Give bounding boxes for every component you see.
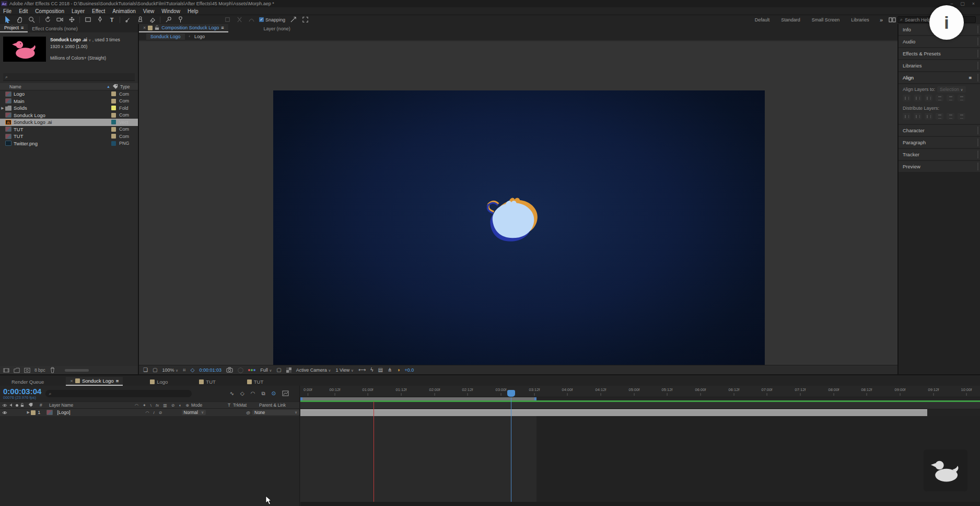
distribute-right-button[interactable]	[958, 113, 965, 120]
magnification-dropdown[interactable]: 100% ∨	[162, 367, 178, 373]
layer-name[interactable]: [Logo]	[57, 410, 70, 415]
project-row-tut-2[interactable]: TUTCom	[0, 133, 138, 140]
primary-viewer-icon[interactable]: ▢	[153, 367, 157, 373]
column-number[interactable]: #	[40, 402, 49, 408]
clone-stamp-tool[interactable]	[136, 16, 144, 24]
graph-editor-icon[interactable]	[282, 390, 289, 396]
tab-render-queue[interactable]: Render Queue	[7, 378, 48, 386]
horizontal-scrollbar[interactable]	[65, 369, 89, 372]
distribute-left-button[interactable]	[936, 113, 943, 120]
distribute-top-button[interactable]	[903, 113, 911, 120]
label-swatch[interactable]	[111, 120, 116, 124]
layer-motion-blur-toggle[interactable]: ⊘	[159, 410, 162, 415]
column-mode[interactable]: Mode	[191, 402, 228, 408]
workspace-standard[interactable]: Standard	[776, 17, 806, 22]
project-row-twitter-png[interactable]: Twitter.pngPNG	[0, 140, 138, 147]
composition-viewport[interactable]	[139, 41, 897, 365]
footage-dropdown-icon[interactable]: ∨	[88, 38, 91, 42]
panel-preview[interactable]: Preview	[899, 161, 980, 172]
align-right-button[interactable]	[925, 95, 932, 101]
column-type[interactable]: Type	[120, 84, 138, 89]
view-layout-dropdown[interactable]: 1 View ∨	[335, 367, 354, 373]
tab-layer[interactable]: Layer (none)	[260, 25, 295, 32]
close-button[interactable]: ×	[972, 1, 975, 6]
scale-snap-icon[interactable]	[289, 16, 297, 24]
menu-composition[interactable]: Composition	[35, 8, 64, 14]
tab-timeline-sonduck-logo[interactable]: × Sonduck Logo ≡	[66, 377, 123, 386]
lock-column-icon[interactable]	[20, 403, 24, 407]
panel-character[interactable]: Character	[899, 125, 980, 136]
shape-tool[interactable]	[84, 16, 92, 24]
panel-paragraph[interactable]: Paragraph	[899, 137, 980, 148]
panel-libraries[interactable]: Libraries	[899, 60, 980, 71]
draft-3d-icon[interactable]: ◇	[240, 390, 244, 397]
column-t[interactable]: T	[228, 402, 230, 408]
layer-parent-dropdown[interactable]: None∨	[252, 410, 299, 415]
align-v-center-button[interactable]	[947, 95, 954, 101]
grid-guides-icon[interactable]: ⌗	[183, 367, 186, 373]
project-row-sonduck-logo-ai[interactable]: AiSonduck Logo .aiVect	[0, 119, 138, 126]
align-bottom-button[interactable]	[958, 95, 965, 101]
layer-mode-dropdown[interactable]: Normal∨	[182, 410, 206, 415]
panel-align-header[interactable]: Align ≡	[899, 72, 980, 83]
rotation-tool[interactable]	[43, 16, 52, 24]
trash-icon[interactable]	[50, 367, 55, 373]
composition-mini-flowchart-icon[interactable]: ∿	[230, 390, 234, 397]
panel-menu-icon[interactable]: ≡	[221, 25, 224, 30]
viewer-tab-sonduck-logo[interactable]: Sonduck Logo	[146, 33, 185, 40]
pixel-aspect-icon[interactable]: ⟷	[358, 367, 366, 373]
snapshot-icon[interactable]	[226, 367, 233, 373]
timeline-search-input[interactable]: ⌕	[45, 390, 192, 397]
menu-animation[interactable]: Animation	[112, 8, 135, 14]
camera-tool[interactable]	[55, 16, 64, 24]
composition-frame[interactable]	[273, 90, 765, 365]
exposure-reset-icon[interactable]: ◑	[396, 367, 400, 373]
project-row-main[interactable]: MainCom	[0, 98, 138, 105]
brush-tool[interactable]	[124, 16, 132, 24]
layer-label-swatch[interactable]	[31, 410, 36, 415]
transparency-grid-icon[interactable]	[286, 367, 291, 373]
tab-project[interactable]: Project ≡	[0, 24, 28, 32]
collapse-icon[interactable]: ✦	[143, 403, 146, 408]
align-top-button[interactable]	[936, 95, 943, 101]
timeline-button-icon[interactable]: ▤	[378, 367, 383, 373]
label-swatch[interactable]	[111, 91, 116, 96]
viewer-back-icon[interactable]: ‹	[189, 34, 190, 38]
tab-timeline-tut-2[interactable]: TUT	[243, 378, 267, 386]
tab-effect-controls[interactable]: Effect Controls (none)	[28, 25, 81, 32]
fx-icon[interactable]: fx	[156, 403, 159, 408]
flowchart-button-icon[interactable]: ⋔	[388, 367, 392, 373]
new-folder-icon[interactable]	[14, 367, 20, 373]
layer-visibility-toggle[interactable]	[2, 411, 7, 415]
roto-brush-tool[interactable]	[164, 16, 172, 24]
maximize-button[interactable]: ▢	[960, 1, 965, 6]
panel-menu-icon[interactable]: ≡	[969, 75, 972, 80]
project-search-input[interactable]: ⌕	[3, 73, 135, 81]
layer-shy-toggle[interactable]: ◠	[145, 410, 149, 415]
menu-window[interactable]: Window	[161, 8, 180, 14]
playhead-line[interactable]	[511, 397, 511, 502]
panel-effects-presets[interactable]: Effects & Presets	[899, 48, 980, 59]
snapping-toggle[interactable]: ✓ Snapping	[259, 17, 285, 22]
tag-column-icon[interactable]	[28, 402, 33, 407]
zoom-tool[interactable]	[27, 16, 36, 24]
current-timecode[interactable]: 0:00:03:04	[3, 388, 41, 395]
frame-blend-icon[interactable]: ▥	[163, 403, 167, 408]
tab-close-icon[interactable]: ×	[70, 378, 73, 384]
video-column-icon[interactable]	[2, 404, 7, 407]
column-name[interactable]: Name	[9, 84, 21, 89]
pen-tool[interactable]	[96, 16, 104, 24]
show-snapshot-icon[interactable]: ◯	[238, 367, 243, 373]
viewer-tab-logo[interactable]: Logo	[194, 34, 205, 39]
timeline-bottom-scrollbar[interactable]	[300, 502, 980, 506]
workspace-small-screen[interactable]: Small Screen	[807, 17, 845, 22]
hand-tool[interactable]	[15, 16, 24, 24]
distribute-bottom-button[interactable]	[925, 113, 932, 120]
label-swatch[interactable]	[111, 134, 116, 139]
menu-file[interactable]: File	[3, 8, 11, 14]
shy-icon[interactable]: ◠	[135, 403, 138, 408]
show-channel-icon[interactable]	[248, 369, 255, 371]
hide-shy-layers-icon[interactable]: ◠	[251, 390, 255, 397]
pickwhip-icon[interactable]: @	[246, 410, 250, 415]
menu-help[interactable]: Help	[188, 8, 199, 14]
